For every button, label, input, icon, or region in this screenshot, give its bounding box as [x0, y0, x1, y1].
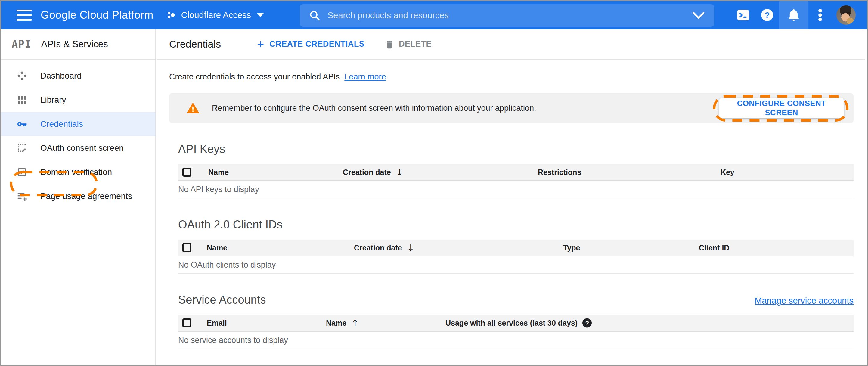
service-accounts-section: Service Accounts Manage service accounts… — [178, 292, 854, 349]
manage-service-accounts-link[interactable]: Manage service accounts — [754, 296, 854, 306]
page-title: Credentials — [169, 38, 221, 50]
trash-icon — [384, 39, 395, 50]
delete-label: DELETE — [399, 39, 432, 49]
credential-sections: API Keys Name Creation date ↓ Restrictio… — [178, 142, 854, 349]
column-header-type[interactable]: Type — [563, 244, 580, 252]
create-credentials-button[interactable]: + CREATE CREDENTIALS — [257, 39, 365, 49]
sidebar-item-credentials[interactable]: Credentials — [1, 112, 155, 136]
dashboard-icon — [17, 70, 27, 81]
search-icon — [309, 10, 321, 22]
sidebar-item-label: OAuth consent screen — [40, 143, 124, 153]
search-input[interactable] — [328, 10, 687, 21]
select-all-checkbox[interactable] — [182, 318, 191, 328]
consent-screen-icon — [17, 143, 27, 153]
viewport-right-edge — [864, 29, 864, 365]
api-keys-section: API Keys Name Creation date ↓ Restrictio… — [178, 142, 854, 199]
topbar-actions: ? — [731, 1, 867, 29]
description-text: Create credentials to access your enable… — [169, 72, 342, 81]
project-icon — [166, 10, 176, 20]
column-header-name[interactable]: Name — [207, 244, 227, 252]
sidebar: API APIs & Services Dashboard — [1, 29, 156, 365]
column-header-creation-date[interactable]: Creation date ↓ — [343, 167, 403, 178]
page-description: Create credentials to access your enable… — [169, 72, 865, 82]
oauth-clients-section: OAuth 2.0 Client IDs Name Creation date … — [178, 217, 854, 274]
page-header: Credentials + CREATE CREDENTIALS DELETE — [156, 29, 865, 60]
configure-consent-screen-button[interactable]: CONFIGURE CONSENT SCREEN — [719, 98, 844, 118]
sort-desc-icon: ↓ — [396, 167, 403, 178]
sidebar-header: API APIs & Services — [1, 29, 155, 60]
sidebar-item-library[interactable]: Library — [1, 88, 155, 112]
oauth-clients-title: OAuth 2.0 Client IDs — [178, 217, 854, 232]
help-icon[interactable]: ? — [755, 1, 779, 29]
sidebar-item-dashboard[interactable]: Dashboard — [1, 64, 155, 88]
sidebar-item-label: Domain verification — [40, 167, 112, 177]
column-header-client-id[interactable]: Client ID — [699, 244, 729, 252]
gcp-logo[interactable]: Google Cloud Platform — [41, 9, 154, 21]
project-name: Cloudflare Access — [181, 10, 251, 20]
menu-hamburger-icon[interactable] — [17, 10, 32, 21]
sort-desc-icon: ↓ — [407, 243, 414, 253]
api-keys-title: API Keys — [178, 142, 854, 156]
sort-asc-icon: ↑ — [351, 318, 359, 328]
sidebar-item-domain-verification[interactable]: Domain verification — [1, 160, 155, 184]
sidebar-item-label: Credentials — [40, 119, 83, 129]
column-header-key[interactable]: Key — [720, 168, 734, 177]
sidebar-item-oauth-consent-screen[interactable]: OAuth consent screen — [1, 136, 155, 160]
column-header-restrictions[interactable]: Restrictions — [538, 168, 581, 177]
library-icon — [17, 94, 27, 105]
select-all-checkbox[interactable] — [182, 243, 191, 252]
search-bar[interactable] — [300, 4, 714, 27]
sidebar-item-label: Library — [40, 95, 66, 105]
oauth-clients-table-header: Name Creation date ↓ Type Client ID — [178, 240, 854, 256]
column-header-usage[interactable]: Usage with all services (last 30 days) ? — [445, 318, 592, 328]
cloud-shell-icon[interactable] — [731, 1, 755, 29]
gcp-top-bar: Google Cloud Platform Cloudflare Access — [1, 1, 867, 29]
more-options-kebab-icon[interactable] — [808, 1, 832, 29]
delete-button[interactable]: DELETE — [384, 39, 432, 50]
api-logo: API — [12, 38, 32, 50]
page-content: API APIs & Services Dashboard — [1, 29, 867, 365]
service-accounts-empty-state: No service accounts to display — [178, 332, 854, 349]
column-header-name[interactable]: Name — [208, 168, 229, 177]
dropdown-caret-icon — [257, 13, 264, 17]
api-keys-empty-state: No API keys to display — [178, 181, 854, 199]
key-icon — [17, 119, 27, 129]
column-header-email[interactable]: Email — [207, 319, 227, 328]
service-accounts-table-header: Email Name ↑ Usage with all services (la… — [178, 315, 854, 332]
sidebar-title: APIs & Services — [41, 39, 108, 50]
main-panel: Credentials + CREATE CREDENTIALS DELETE … — [156, 29, 865, 365]
learn-more-link[interactable]: Learn more — [344, 72, 386, 81]
select-all-checkbox[interactable] — [182, 167, 191, 177]
sidebar-nav: Dashboard Library — [1, 60, 155, 208]
plus-icon: + — [257, 40, 264, 49]
oauth-clients-empty-state: No OAuth clients to display — [178, 256, 854, 274]
user-avatar[interactable] — [836, 5, 856, 25]
page-usage-agreements-icon — [17, 191, 27, 202]
chevron-down-icon[interactable] — [692, 11, 705, 20]
warning-icon — [187, 102, 199, 114]
column-header-name[interactable]: Name ↑ — [326, 318, 359, 328]
sidebar-item-label: Page usage agreements — [40, 191, 132, 201]
domain-verification-icon — [17, 167, 27, 178]
create-credentials-label: CREATE CREDENTIALS — [269, 39, 365, 49]
sidebar-item-page-usage-agreements[interactable]: Page usage agreements — [1, 184, 155, 208]
banner-message: Remember to configure the OAuth consent … — [212, 103, 536, 113]
consent-warning-banner: Remember to configure the OAuth consent … — [169, 93, 854, 123]
svg-text:?: ? — [765, 10, 770, 20]
notifications-bell-icon[interactable] — [779, 1, 808, 29]
column-header-creation-date[interactable]: Creation date ↓ — [354, 243, 414, 253]
browser-viewport: Google Cloud Platform Cloudflare Access — [0, 0, 868, 366]
usage-help-icon[interactable]: ? — [582, 318, 592, 328]
api-keys-table-header: Name Creation date ↓ Restrictions Key — [178, 164, 854, 181]
service-accounts-title: Service Accounts — [178, 292, 266, 307]
project-selector[interactable]: Cloudflare Access — [166, 10, 264, 20]
sidebar-item-label: Dashboard — [40, 71, 82, 81]
